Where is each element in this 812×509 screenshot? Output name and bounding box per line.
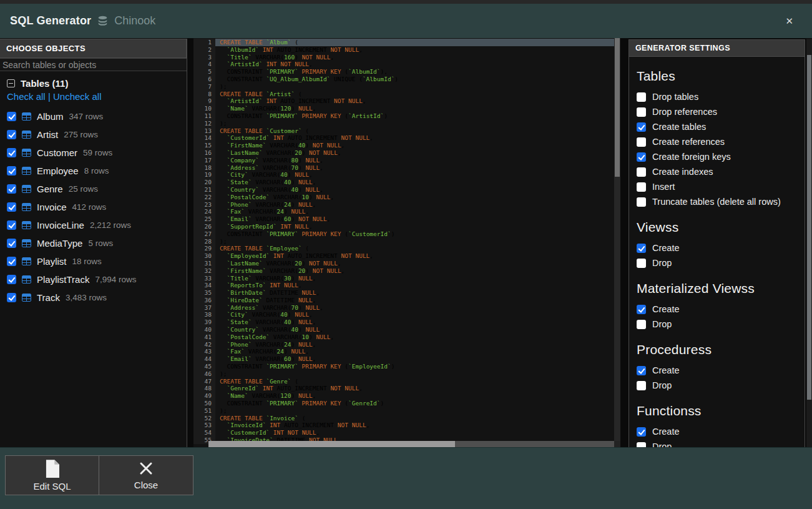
table-checkbox[interactable] [7,239,16,248]
settings-option[interactable]: Create indexes [637,164,798,179]
close-button[interactable]: Close [99,455,193,495]
table-checkbox[interactable] [7,257,16,266]
editor-vertical-scrollbar[interactable] [614,38,620,441]
line-number: 41 [193,334,215,341]
table-row[interactable]: Genre25 rows [5,180,182,198]
option-checkbox[interactable] [637,152,646,162]
option-checkbox[interactable] [637,320,646,329]
settings-scroll-thumb[interactable] [807,55,811,400]
table-checkbox[interactable] [7,130,16,139]
editor-horizontal-scroll-thumb[interactable] [208,441,455,447]
option-checkbox[interactable] [637,366,646,375]
settings-option[interactable]: Drop [637,255,798,270]
option-checkbox[interactable] [637,92,646,102]
settings-option[interactable]: Truncate tables (delete all rows) [637,194,798,209]
line-text: `Email` VARCHAR(60) NULL, [215,355,614,363]
code-line: 26 `SupportRepId` INT NULL, [193,223,614,230]
code-line: 3 `Title` VARCHAR(160) NOT NULL, [193,54,614,61]
table-checkbox[interactable] [7,166,16,175]
code-line: 21 `Country` VARCHAR(40) NULL, [193,186,614,194]
sql-code: 1CREATE TABLE `Album` (2 `AlbumId` INT A… [193,39,614,447]
option-checkbox[interactable] [637,381,646,390]
edit-sql-button[interactable]: Edit SQL [5,455,99,495]
table-checkbox[interactable] [7,184,16,194]
editor-horizontal-scrollbar[interactable] [208,441,614,447]
settings-option[interactable]: Create references [637,134,798,149]
table-row[interactable]: Track3,483 rows [5,289,182,307]
line-text: `PostalCode` VARCHAR(10) NULL, [215,194,614,201]
option-label: Insert [652,182,675,192]
check-all-link[interactable]: Check all [7,91,46,102]
settings-option[interactable]: Drop [637,317,798,332]
line-number: 3 [193,54,215,61]
option-checkbox[interactable] [637,244,646,253]
line-number: 9 [193,97,215,105]
option-checkbox[interactable] [637,197,646,207]
settings-option[interactable]: Create foreign keys [637,149,798,164]
dialog-close-icon[interactable]: ✕ [776,13,802,29]
table-row[interactable]: Employee8 rows [5,162,182,180]
footer-button-group: Edit SQL Close [5,455,193,495]
line-text: `Phone` VARCHAR(24) NULL, [215,341,614,348]
tables-group-row[interactable]: Tables (11) [7,78,182,89]
option-label: Create [652,365,680,375]
table-row[interactable]: InvoiceLine2,212 rows [5,216,182,234]
table-row[interactable]: Customer59 rows [5,144,182,162]
line-number: 36 [193,297,215,304]
table-checkbox[interactable] [7,220,16,230]
line-text: `PostalCode` VARCHAR(10) NULL, [215,334,614,341]
settings-option[interactable]: Create [637,363,798,378]
line-number: 14 [193,134,215,142]
option-checkbox[interactable] [637,182,646,192]
option-checkbox[interactable] [637,107,646,117]
line-number: 51 [193,407,215,415]
table-checkbox[interactable] [7,202,16,212]
settings-scrollbar[interactable] [806,39,812,447]
table-name: Employee [37,166,79,176]
collapse-icon[interactable] [7,79,15,87]
line-text: `ReportsTo` INT NULL, [215,282,614,289]
choose-objects-header: CHOOSE OBJECTS [0,39,187,58]
line-text: `LastName` VARCHAR(20) NOT NULL, [215,149,614,157]
search-input[interactable] [0,58,187,71]
table-icon [22,221,31,229]
option-checkbox[interactable] [637,122,646,132]
table-row[interactable]: MediaType5 rows [5,234,182,252]
line-text: `FirstName` VARCHAR(20) NOT NULL, [215,267,614,275]
option-checkbox[interactable] [637,259,646,268]
settings-option[interactable]: Create [637,240,798,255]
uncheck-all-link[interactable]: Uncheck all [53,91,102,102]
settings-option[interactable]: Drop [637,378,798,393]
table-row[interactable]: Invoice412 rows [5,198,182,216]
code-line: 13CREATE TABLE `Customer` ( [193,127,614,135]
line-number: 38 [193,311,215,319]
table-row[interactable]: Artist275 rows [5,126,182,144]
option-checkbox[interactable] [637,427,646,437]
table-checkbox[interactable] [7,275,16,284]
option-checkbox[interactable] [637,305,646,314]
table-checkbox[interactable] [7,148,16,157]
code-line: 23 `Phone` VARCHAR(24) NULL, [193,201,614,209]
table-icon [22,239,31,247]
table-row[interactable]: PlaylistTrack7,994 rows [5,270,182,289]
table-row[interactable]: Playlist18 rows [5,252,182,270]
table-name: MediaType [37,238,82,249]
line-text: `City` VARCHAR(40) NULL, [215,171,614,179]
table-checkbox[interactable] [7,293,16,302]
editor-vertical-scroll-thumb[interactable] [615,38,620,177]
settings-option[interactable]: Create tables [637,119,798,134]
settings-option[interactable]: Insert [637,179,798,194]
sql-editor[interactable]: 1CREATE TABLE `Album` (2 `AlbumId` INT A… [193,38,620,447]
option-checkbox[interactable] [637,137,646,147]
line-text: `Phone` VARCHAR(24) NULL, [215,201,614,209]
option-checkbox[interactable] [637,167,646,177]
settings-option[interactable]: Drop tables [637,89,798,104]
table-checkbox[interactable] [7,112,16,121]
close-icon [138,460,154,477]
code-line: 27 CONSTRAINT `PRIMARY` PRIMARY KEY (`Cu… [193,230,614,238]
settings-option[interactable]: Create [637,424,798,439]
table-row[interactable]: Album347 rows [5,107,182,126]
code-line: 37 `Address` VARCHAR(70) NULL, [193,304,614,312]
settings-option[interactable]: Create [637,302,798,317]
settings-option[interactable]: Drop references [637,104,798,119]
